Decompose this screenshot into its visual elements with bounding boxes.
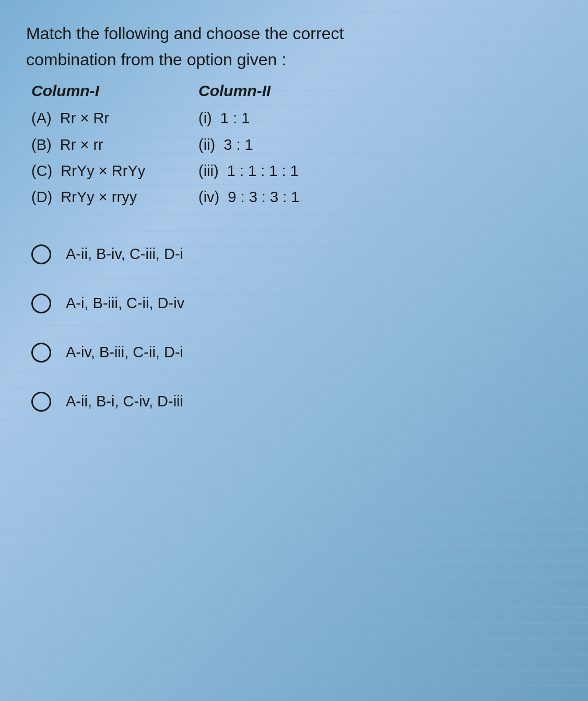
col2-item-ii: (ii) 3 : 1: [198, 133, 366, 157]
question-line2: combination from the option given :: [26, 50, 286, 69]
col2-header: Column-II: [198, 82, 366, 100]
radio-option-1[interactable]: [31, 244, 51, 264]
column-1: Column-I (A) Rr × Rr (B) Rr × rr (C) RrY…: [31, 82, 198, 212]
match-table: Column-I (A) Rr × Rr (B) Rr × rr (C) RrY…: [31, 82, 562, 212]
question-container: Match the following and choose the corre…: [26, 21, 562, 426]
option-2-text: A-i, B-iii, C-ii, D-iv: [66, 295, 184, 312]
column-2: Column-II (i) 1 : 1 (ii) 3 : 1 (iii) 1 :…: [198, 82, 366, 212]
option-1-row[interactable]: A-ii, B-iv, C-iii, D-i: [26, 230, 562, 279]
option-2-row[interactable]: A-i, B-iii, C-ii, D-iv: [26, 279, 562, 328]
radio-option-3[interactable]: [31, 343, 51, 363]
option-4-text: A-ii, B-i, C-iv, D-iii: [66, 393, 183, 410]
col1-item-b: (B) Rr × rr: [31, 133, 198, 157]
col2-item-iii: (iii) 1 : 1 : 1 : 1: [198, 159, 366, 183]
col1-item-d: (D) RrYy × rryy: [31, 185, 198, 209]
option-3-text: A-iv, B-iii, C-ii, D-i: [66, 344, 183, 361]
col2-item-iv: (iv) 9 : 3 : 3 : 1: [198, 185, 366, 209]
col1-item-a: (A) Rr × Rr: [31, 106, 198, 130]
radio-option-2[interactable]: [31, 294, 51, 313]
option-1-text: A-ii, B-iv, C-iii, D-i: [66, 246, 183, 263]
question-text: Match the following and choose the corre…: [26, 21, 562, 73]
col1-item-c: (C) RrYy × RrYy: [31, 159, 198, 183]
option-3-row[interactable]: A-iv, B-iii, C-ii, D-i: [26, 328, 562, 377]
col1-header: Column-I: [31, 82, 198, 100]
radio-option-4[interactable]: [31, 392, 51, 412]
options-section: A-ii, B-iv, C-iii, D-i A-i, B-iii, C-ii,…: [26, 230, 562, 426]
question-line1: Match the following and choose the corre…: [26, 24, 344, 43]
option-4-row[interactable]: A-ii, B-i, C-iv, D-iii: [26, 377, 562, 426]
col2-item-i: (i) 1 : 1: [198, 106, 366, 130]
